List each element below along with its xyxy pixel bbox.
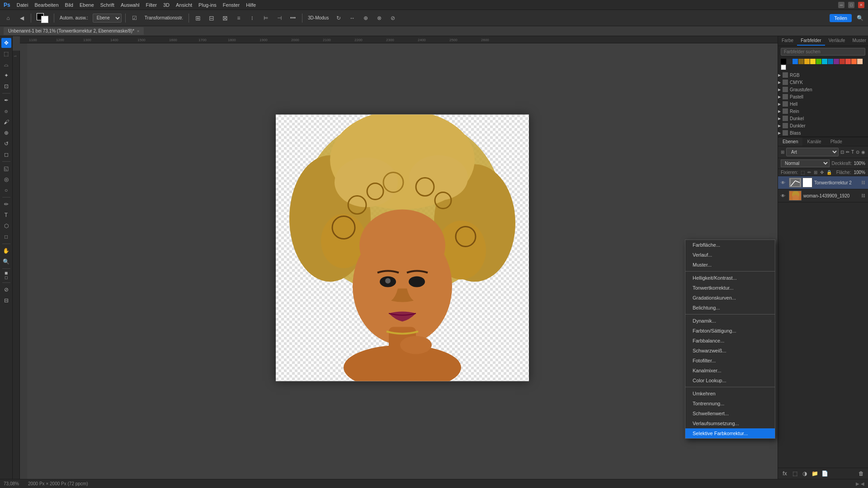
3d-roll-icon[interactable]: ⊗ xyxy=(374,13,385,23)
lasso-tool[interactable]: ⌓ xyxy=(1,60,11,70)
search-top-icon[interactable]: 🔍 xyxy=(854,13,865,23)
lock-artboard-icon[interactable]: ⊞ xyxy=(814,170,817,175)
swatch-green[interactable] xyxy=(816,59,821,64)
restore-button[interactable]: □ xyxy=(848,2,854,8)
layer-style-button[interactable]: fx xyxy=(781,469,789,478)
ctx-item-color-lookup[interactable]: Color Lookup... xyxy=(685,375,775,385)
align-bottom-icon[interactable]: ⊨ xyxy=(260,13,271,23)
menu-item-fenster[interactable]: Fenster xyxy=(223,2,240,8)
history-brush-tool[interactable]: ↺ xyxy=(1,139,11,149)
screen-mode-tool[interactable]: ⊟ xyxy=(1,296,11,305)
ctx-item-helligkeit[interactable]: Helligkeit/Kontrast... xyxy=(685,273,775,283)
layer-icons-3[interactable]: T xyxy=(851,150,854,155)
align-right-icon[interactable]: ⊠ xyxy=(220,13,231,23)
new-group-button[interactable]: 📁 xyxy=(811,469,819,478)
document-tab[interactable]: Unbenannt-1 bei 73,1% (Tonwertkorrektur … xyxy=(4,27,144,35)
swatch-white[interactable] xyxy=(781,65,786,70)
swatch-red[interactable] xyxy=(840,59,845,64)
swatch-purple[interactable] xyxy=(834,59,839,64)
foreground-bg-tool[interactable]: ◼◻ xyxy=(1,271,11,281)
fg-bg-colors[interactable] xyxy=(37,13,48,23)
minimize-button[interactable]: ─ xyxy=(838,2,844,8)
shape-tool[interactable]: □ xyxy=(1,232,11,242)
ctx-item-schwellenwert[interactable]: Schwellenwert... xyxy=(685,408,775,418)
menu-item-hilfe[interactable]: Hilfe xyxy=(246,2,256,8)
lock-paint-icon[interactable]: ✏ xyxy=(807,170,811,175)
close-button[interactable]: ✕ xyxy=(858,2,864,8)
ctx-item-schwarzweiss[interactable]: Schwarzweiß... xyxy=(685,346,775,356)
lock-transparent-icon[interactable]: ⬚ xyxy=(801,170,805,175)
blend-mode-select[interactable]: Normal Auflösen Abdunkeln Multiplizieren xyxy=(781,160,830,167)
adjustment-layer-button[interactable]: ◑ xyxy=(801,469,809,478)
quick-mask-tool[interactable]: ⊘ xyxy=(1,285,11,295)
3d-pan-icon[interactable]: ↔ xyxy=(347,13,358,23)
ctx-item-farbflache[interactable]: Farbfläche... xyxy=(685,240,775,250)
brush-tool[interactable]: 🖌 xyxy=(1,117,11,127)
menu-item-plugins[interactable]: Plug-ins xyxy=(198,2,217,8)
layer-filter-toggle[interactable]: ◉ xyxy=(861,150,865,155)
ctx-item-farbton[interactable]: Farbton/Sättigung... xyxy=(685,326,775,336)
tool-options-icon[interactable]: ◀ xyxy=(16,13,27,23)
ctx-item-tonwertkorrektur[interactable]: Tonwertkorrektur... xyxy=(685,283,775,293)
layer-chain-icon-1[interactable]: ⛓ xyxy=(861,180,865,185)
hand-tool[interactable]: ✋ xyxy=(1,246,11,256)
swatch-group-hell[interactable]: ▶ Hell xyxy=(778,100,868,108)
gradient-tool[interactable]: ◱ xyxy=(1,164,11,174)
3d-zoom-icon[interactable]: ⊕ xyxy=(360,13,371,23)
spot-heal-tool[interactable]: ⌾ xyxy=(1,106,11,116)
ctx-item-farbbalance[interactable]: Farbbalance... xyxy=(685,336,775,346)
tab-muster[interactable]: Muster xyxy=(849,36,868,46)
ctx-item-fotofilter[interactable]: Fotofilter... xyxy=(685,356,775,366)
align-middle-icon[interactable]: ⫶ xyxy=(247,13,258,23)
menu-item-filter[interactable]: Filter xyxy=(146,2,157,8)
swatch-group-cmyk[interactable]: ▶ CMYK xyxy=(778,79,868,86)
dodge-tool[interactable]: ○ xyxy=(1,185,11,195)
ctx-item-kanalmixer[interactable]: Kanalmixer... xyxy=(685,366,775,375)
ctx-item-tontrennung[interactable]: Tontrennung... xyxy=(685,399,775,408)
tab-verlaufe[interactable]: Verläufe xyxy=(825,36,849,46)
menu-item-ansicht[interactable]: Ansicht xyxy=(176,2,192,8)
menu-item-datei[interactable]: Datei xyxy=(17,2,28,8)
layer-icons-4[interactable]: ⊙ xyxy=(856,150,859,155)
tab-ebenen[interactable]: Ebenen xyxy=(778,137,802,146)
canvas-content[interactable] xyxy=(27,43,778,479)
eraser-tool[interactable]: ◻ xyxy=(1,150,11,160)
tab-kanale[interactable]: Kanäle xyxy=(802,137,826,146)
swatch-group-rgb[interactable]: ▶ RGB xyxy=(778,71,868,79)
doc-tab-close-icon[interactable]: × xyxy=(137,29,139,33)
swatch-group-dunkel[interactable]: ▶ Dunkel xyxy=(778,115,868,122)
more-options-icon[interactable]: ••• xyxy=(288,13,298,23)
ctx-item-umkehren[interactable]: Umkehren xyxy=(685,389,775,399)
ctx-item-muster[interactable]: Muster... xyxy=(685,260,775,270)
swatch-orange[interactable] xyxy=(804,59,810,64)
zoom-tool[interactable]: 🔍 xyxy=(1,257,11,267)
align-left-icon[interactable]: ⊞ xyxy=(193,13,203,23)
layer-link-icon-2[interactable]: ⛓ xyxy=(861,193,865,198)
menu-item-auswahl[interactable]: Auswahl xyxy=(121,2,140,8)
marquee-tool[interactable]: ⬚ xyxy=(1,49,11,59)
swatch-black[interactable] xyxy=(781,59,786,64)
align-center-h-icon[interactable]: ⊟ xyxy=(206,13,217,23)
eyedropper-tool[interactable]: ✒ xyxy=(1,95,11,105)
tab-pfade[interactable]: Pfade xyxy=(826,137,847,146)
swatch-group-blass[interactable]: ▶ Blass xyxy=(778,129,868,136)
swatch-orange2[interactable] xyxy=(851,59,857,64)
crop-tool[interactable]: ⊡ xyxy=(1,81,11,91)
swatch-group-pastell[interactable]: ▶ Pastell xyxy=(778,93,868,100)
swatch-dark-blue[interactable] xyxy=(828,59,833,64)
pen-tool[interactable]: ✏ xyxy=(1,199,11,209)
layer-visibility-icon-2[interactable]: 👁 xyxy=(781,193,787,198)
layer-icons-2[interactable]: ✏ xyxy=(846,150,849,155)
3d-slide-icon[interactable]: ⊘ xyxy=(387,13,398,23)
align-top-icon[interactable]: ≡ xyxy=(233,13,244,23)
new-layer-button[interactable]: 📄 xyxy=(821,469,829,478)
background-color[interactable] xyxy=(41,16,48,23)
menu-item-ebene[interactable]: Ebene xyxy=(80,2,94,8)
swatch-group-dunkler[interactable]: ▶ Dunkler xyxy=(778,122,868,129)
ctx-item-verlauf[interactable]: Verlauf... xyxy=(685,250,775,260)
auto-select-dropdown[interactable]: Ebene Gruppe xyxy=(93,14,122,23)
home-icon[interactable]: ⌂ xyxy=(3,13,14,23)
add-mask-button[interactable]: ⬚ xyxy=(791,469,799,478)
swatch-yellow[interactable] xyxy=(810,59,816,64)
lock-move-icon[interactable]: ✥ xyxy=(820,170,824,175)
